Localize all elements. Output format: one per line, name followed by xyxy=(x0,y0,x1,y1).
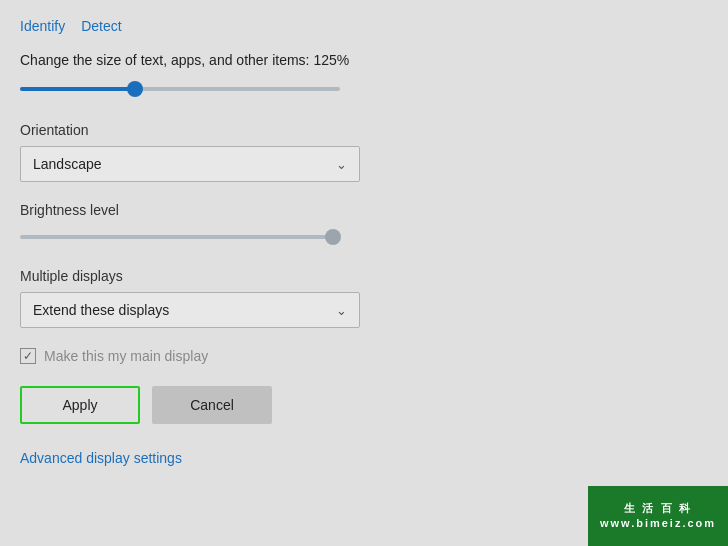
multiple-displays-label: Multiple displays xyxy=(20,268,708,284)
watermark-line2: www.bimeiz.com xyxy=(600,516,716,531)
brightness-label: Brightness level xyxy=(20,202,708,218)
brightness-slider-thumb[interactable] xyxy=(325,229,341,245)
brightness-slider-wrapper xyxy=(20,226,340,248)
identify-link[interactable]: Identify xyxy=(20,18,65,34)
multiple-displays-section: Multiple displays Extend these displays … xyxy=(20,268,708,328)
scale-section: Change the size of text, apps, and other… xyxy=(20,52,708,100)
main-display-label: Make this my main display xyxy=(44,348,208,364)
scale-label: Change the size of text, apps, and other… xyxy=(20,52,708,68)
apply-button[interactable]: Apply xyxy=(20,386,140,424)
buttons-row: Apply Cancel xyxy=(20,386,708,424)
scale-slider-filled xyxy=(20,87,135,91)
orientation-value: Landscape xyxy=(33,156,102,172)
main-display-checkbox[interactable]: ✓ xyxy=(20,348,36,364)
orientation-dropdown[interactable]: Landscape ⌄ xyxy=(20,146,360,182)
scale-slider-wrapper xyxy=(20,78,340,100)
top-links: Identify Detect xyxy=(20,18,708,34)
watermark: 生 活 百 科 www.bimeiz.com xyxy=(588,486,728,546)
settings-panel: Identify Detect Change the size of text,… xyxy=(0,0,728,476)
scale-slider-thumb[interactable] xyxy=(127,81,143,97)
brightness-section: Brightness level xyxy=(20,202,708,248)
brightness-slider-track xyxy=(20,235,340,239)
cancel-button[interactable]: Cancel xyxy=(152,386,272,424)
watermark-text: 生 活 百 科 www.bimeiz.com xyxy=(600,501,716,532)
main-display-row[interactable]: ✓ Make this my main display xyxy=(20,348,708,364)
advanced-display-settings-link[interactable]: Advanced display settings xyxy=(20,450,182,466)
watermark-line1: 生 活 百 科 xyxy=(600,501,716,516)
multiple-displays-arrow: ⌄ xyxy=(336,303,347,318)
orientation-section: Orientation Landscape ⌄ xyxy=(20,122,708,182)
orientation-label: Orientation xyxy=(20,122,708,138)
multiple-displays-dropdown[interactable]: Extend these displays ⌄ xyxy=(20,292,360,328)
multiple-displays-value: Extend these displays xyxy=(33,302,169,318)
detect-link[interactable]: Detect xyxy=(81,18,121,34)
orientation-arrow: ⌄ xyxy=(336,157,347,172)
